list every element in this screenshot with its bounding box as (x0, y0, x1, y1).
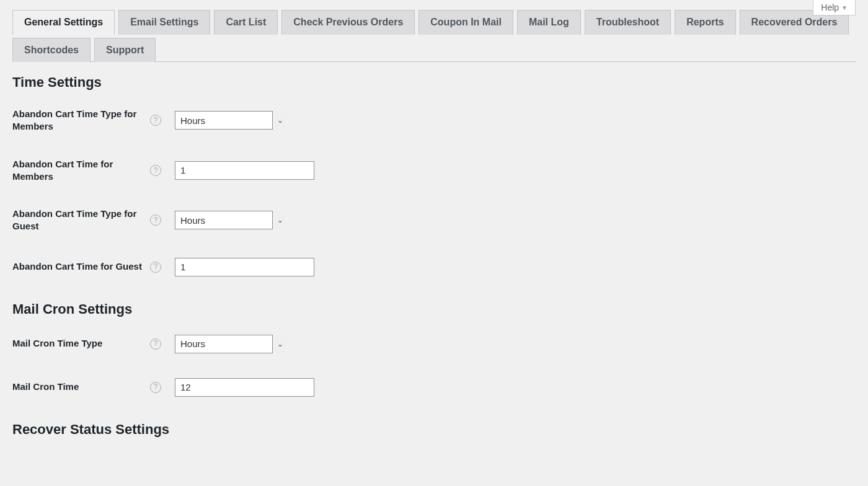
field-row-abandon-member-type: Abandon Cart Time Type for Members ? Hou… (12, 108, 856, 133)
field-row-mail-cron-type: Mail Cron Time Type ? Hours ⌄ (12, 335, 856, 353)
tab-cart-list[interactable]: Cart List (214, 10, 278, 35)
label-mail-cron-time: Mail Cron Time ? (12, 381, 167, 393)
chevron-down-icon: ▼ (841, 4, 848, 11)
tab-check-previous-orders[interactable]: Check Previous Orders (281, 10, 415, 35)
label-abandon-guest-time: Abandon Cart Time for Guest ? (12, 260, 167, 273)
help-circle-icon[interactable]: ? (150, 382, 161, 393)
select-abandon-member-type[interactable]: Hours (175, 111, 286, 130)
help-circle-icon[interactable]: ? (150, 115, 161, 126)
section-title-time-settings: Time Settings (12, 74, 856, 91)
input-abandon-guest-time[interactable] (175, 258, 314, 276)
field-row-abandon-guest-type: Abandon Cart Time Type for Guest ? Hours… (12, 208, 856, 233)
input-abandon-member-time[interactable] (175, 161, 314, 180)
help-tab-label: Help (821, 2, 839, 12)
input-mail-cron-time[interactable] (175, 378, 314, 397)
select-abandon-guest-type[interactable]: Hours (175, 211, 286, 229)
tab-shortcodes[interactable]: Shortcodes (12, 38, 91, 62)
tab-coupon-in-mail[interactable]: Coupon In Mail (418, 10, 513, 35)
tab-general-settings[interactable]: General Settings (12, 10, 115, 35)
label-abandon-guest-type: Abandon Cart Time Type for Guest ? (12, 208, 167, 233)
field-row-abandon-guest-time: Abandon Cart Time for Guest ? (12, 258, 856, 276)
tab-mail-log[interactable]: Mail Log (517, 10, 581, 35)
tab-reports[interactable]: Reports (675, 10, 735, 35)
field-row-mail-cron-time: Mail Cron Time ? (12, 378, 856, 397)
help-circle-icon[interactable]: ? (150, 214, 161, 226)
nav-tabs: General Settings Email Settings Cart Lis… (12, 0, 856, 62)
help-circle-icon[interactable]: ? (150, 338, 161, 350)
help-circle-icon[interactable]: ? (150, 165, 161, 176)
tab-troubleshoot[interactable]: Troubleshoot (585, 10, 671, 35)
select-mail-cron-type[interactable]: Hours (175, 335, 286, 353)
screen-help-tab[interactable]: Help ▼ (813, 0, 856, 15)
field-row-abandon-member-time: Abandon Cart Time for Members ? (12, 158, 856, 183)
label-mail-cron-type: Mail Cron Time Type ? (12, 337, 167, 350)
label-abandon-member-time: Abandon Cart Time for Members ? (12, 158, 167, 183)
help-circle-icon[interactable]: ? (150, 262, 161, 273)
section-title-mail-cron: Mail Cron Settings (12, 301, 856, 317)
label-abandon-member-type: Abandon Cart Time Type for Members ? (12, 108, 167, 133)
tab-support[interactable]: Support (94, 38, 156, 62)
tab-email-settings[interactable]: Email Settings (118, 10, 210, 35)
section-title-recover-status: Recover Status Settings (12, 422, 856, 438)
